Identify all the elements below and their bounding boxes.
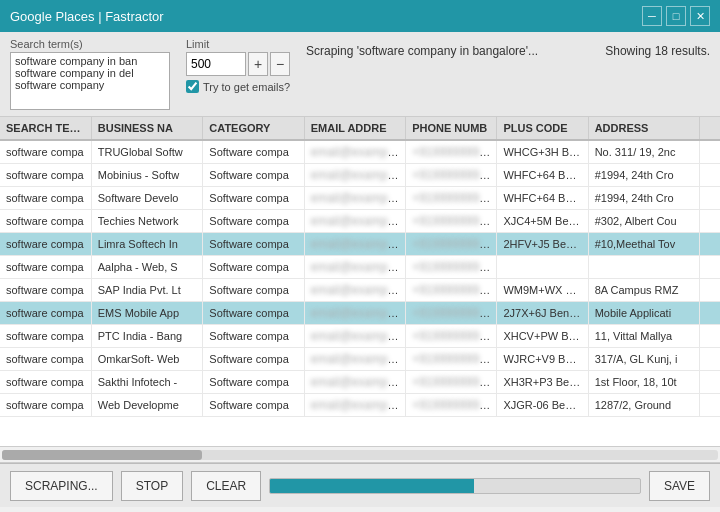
cell-business: Sakthi Infotech - — [91, 371, 203, 394]
table-row[interactable]: software compa SAP India Pvt. Lt Softwar… — [0, 279, 720, 302]
cell-phone: +91999999999 — [406, 348, 497, 371]
cell-category: Software compa — [203, 371, 304, 394]
email-checkbox-label[interactable]: Try to get emails? — [203, 81, 290, 93]
limit-plus-button[interactable]: + — [248, 52, 268, 76]
cell-extra — [700, 187, 720, 210]
cell-search: software compa — [0, 302, 91, 325]
col-header-business: BUSINESS NA — [91, 117, 203, 140]
cell-business: Software Develo — [91, 187, 203, 210]
scraping-button[interactable]: SCRAPING... — [10, 471, 113, 501]
col-header-category: CATEGORY — [203, 117, 304, 140]
email-checkbox[interactable] — [186, 80, 199, 93]
table-row[interactable]: software compa PTC India - Bang Software… — [0, 325, 720, 348]
cell-plus: WHFC+64 Beng — [497, 187, 588, 210]
cell-search: software compa — [0, 256, 91, 279]
search-group: Search term(s) software company in ban s… — [10, 38, 170, 110]
cell-search: software compa — [0, 348, 91, 371]
cell-phone: +91999999999 — [406, 164, 497, 187]
cell-category: Software compa — [203, 394, 304, 417]
cell-search: software compa — [0, 325, 91, 348]
cell-address: 1287/2, Ground — [588, 394, 700, 417]
table-row[interactable]: software compa Sakthi Infotech - Softwar… — [0, 371, 720, 394]
cell-business: Web Developme — [91, 394, 203, 417]
cell-extra — [700, 394, 720, 417]
table-container[interactable]: SEARCH TERM BUSINESS NA CATEGORY EMAIL A… — [0, 117, 720, 447]
cell-search: software compa — [0, 187, 91, 210]
cell-phone: +91999999999 — [406, 371, 497, 394]
title-bar-left: Google Places | Fastractor — [10, 9, 164, 24]
cell-extra — [700, 164, 720, 187]
table-row[interactable]: software compa Limra Softech In Software… — [0, 233, 720, 256]
cell-extra — [700, 325, 720, 348]
cell-email: email@example.com — [304, 187, 405, 210]
search-input[interactable]: software company in ban software company… — [10, 52, 170, 110]
table-row[interactable]: software compa Techies Network Software … — [0, 210, 720, 233]
limit-minus-button[interactable]: − — [270, 52, 290, 76]
cell-phone: +91999999999 — [406, 256, 497, 279]
cell-email: email@example.com — [304, 348, 405, 371]
horizontal-scrollbar[interactable] — [0, 447, 720, 463]
progress-bar-container — [269, 478, 641, 494]
maximize-button[interactable]: □ — [666, 6, 686, 26]
cell-category: Software compa — [203, 233, 304, 256]
cell-phone: +91999999999 — [406, 187, 497, 210]
window-title: Google Places | Fastractor — [10, 9, 164, 24]
cell-business: Aalpha - Web, S — [91, 256, 203, 279]
cell-phone: +91999999999 — [406, 394, 497, 417]
table-row[interactable]: software compa EMS Mobile App Software c… — [0, 302, 720, 325]
status-text: Scraping 'software company in bangalore'… — [306, 38, 589, 58]
save-button[interactable]: SAVE — [649, 471, 710, 501]
toolbar-row: Search term(s) software company in ban s… — [10, 38, 710, 110]
cell-category: Software compa — [203, 256, 304, 279]
cell-address: No. 311/ 19, 2nc — [588, 140, 700, 164]
table-row[interactable]: software compa TRUGlobal Softw Software … — [0, 140, 720, 164]
cell-plus — [497, 256, 588, 279]
limit-label: Limit — [186, 38, 290, 50]
cell-business: Limra Softech In — [91, 233, 203, 256]
cell-phone: +91999999999 — [406, 279, 497, 302]
cell-phone: +91999999999 — [406, 325, 497, 348]
table-row[interactable]: software compa Aalpha - Web, S Software … — [0, 256, 720, 279]
cell-extra — [700, 302, 720, 325]
cell-address: #1994, 24th Cro — [588, 164, 700, 187]
cell-email: email@example.com — [304, 140, 405, 164]
cell-business: EMS Mobile App — [91, 302, 203, 325]
title-bar-controls: ─ □ ✕ — [642, 6, 710, 26]
search-label: Search term(s) — [10, 38, 170, 50]
cell-plus: WHFC+64 Beng — [497, 164, 588, 187]
scrollbar-track[interactable] — [2, 450, 718, 460]
toolbar: Search term(s) software company in ban s… — [0, 32, 720, 117]
cell-address: #302, Albert Cou — [588, 210, 700, 233]
limit-input[interactable] — [186, 52, 246, 76]
scrollbar-thumb[interactable] — [2, 450, 202, 460]
cell-email: email@example.com — [304, 371, 405, 394]
title-bar: Google Places | Fastractor ─ □ ✕ — [0, 0, 720, 32]
cell-phone: +91999999999 — [406, 233, 497, 256]
cell-address: 11, Vittal Mallya — [588, 325, 700, 348]
cell-search: software compa — [0, 233, 91, 256]
cell-search: software compa — [0, 140, 91, 164]
cell-email: email@example.com — [304, 164, 405, 187]
cell-category: Software compa — [203, 187, 304, 210]
minimize-button[interactable]: ─ — [642, 6, 662, 26]
cell-extra — [700, 233, 720, 256]
cell-phone: +91999999999 — [406, 302, 497, 325]
cell-search: software compa — [0, 279, 91, 302]
table-row[interactable]: software compa Web Developme Software co… — [0, 394, 720, 417]
table-row[interactable]: software compa Mobinius - Softw Software… — [0, 164, 720, 187]
cell-plus: XHCV+PW Beng — [497, 325, 588, 348]
table-row[interactable]: software compa OmkarSoft- Web Software c… — [0, 348, 720, 371]
clear-button[interactable]: CLEAR — [191, 471, 261, 501]
close-button[interactable]: ✕ — [690, 6, 710, 26]
cell-business: TRUGlobal Softw — [91, 140, 203, 164]
cell-business: SAP India Pvt. Lt — [91, 279, 203, 302]
table-row[interactable]: software compa Software Develo Software … — [0, 187, 720, 210]
cell-business: Mobinius - Softw — [91, 164, 203, 187]
stop-button[interactable]: STOP — [121, 471, 183, 501]
cell-category: Software compa — [203, 302, 304, 325]
cell-address: 317/A, GL Kunj, i — [588, 348, 700, 371]
cell-plus: WHCG+3H Beng — [497, 140, 588, 164]
cell-search: software compa — [0, 210, 91, 233]
cell-address: #1994, 24th Cro — [588, 187, 700, 210]
bottom-bar: SCRAPING... STOP CLEAR SAVE — [0, 463, 720, 507]
